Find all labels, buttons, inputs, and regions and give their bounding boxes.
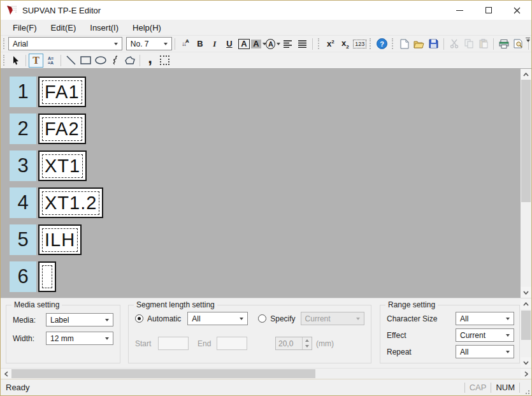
segment-text[interactable]: FA2 <box>42 117 82 141</box>
segment-label-box[interactable]: XT1 <box>38 150 87 181</box>
segment-label-box[interactable] <box>38 261 56 292</box>
text-tool-button[interactable]: T <box>29 54 43 68</box>
character-size-value: All <box>460 314 468 323</box>
panel-vertical-scrollbar[interactable] <box>521 298 531 368</box>
subscript-button[interactable]: x2 <box>338 37 352 51</box>
scroll-down-button[interactable] <box>521 287 531 298</box>
paste-icon <box>479 39 488 48</box>
segment-number[interactable]: 2 <box>10 114 36 144</box>
segment-number[interactable]: 6 <box>10 261 36 292</box>
character-size-combo[interactable]: All <box>456 312 514 325</box>
align-left-button[interactable] <box>280 37 295 51</box>
multiline-text-icon: A= =A <box>48 56 54 65</box>
ellipse-tool-button[interactable] <box>93 54 108 68</box>
open-button[interactable] <box>412 37 426 51</box>
maximize-icon <box>485 7 492 13</box>
help-button[interactable]: ? <box>375 37 389 51</box>
select-tool-button[interactable] <box>8 54 23 68</box>
menu-edit[interactable]: Edit(E) <box>44 21 83 34</box>
rectangle-tool-button[interactable] <box>78 54 93 68</box>
printer-icon <box>499 40 509 48</box>
close-button[interactable] <box>503 1 531 20</box>
scroll-track[interactable] <box>11 369 521 379</box>
framed-text-button[interactable]: A <box>236 37 251 51</box>
justify-button[interactable] <box>295 37 310 51</box>
segment-text[interactable]: XT1.2 <box>42 191 99 215</box>
maximize-button[interactable] <box>474 1 503 20</box>
chevron-up-icon <box>523 302 529 306</box>
automatic-radio[interactable] <box>135 314 143 323</box>
toolbar-overflow-button[interactable] <box>526 38 530 42</box>
justify-icon <box>298 40 307 48</box>
scroll-right-button[interactable] <box>521 369 531 379</box>
polygon-icon <box>125 56 135 65</box>
resize-grip[interactable] <box>521 386 530 395</box>
menu-insert[interactable]: Insert(I) <box>83 21 126 34</box>
label-canvas[interactable]: 1 FA1 2 FA2 3 XT1 4 XT1.2 5 ILH 6 <box>1 69 521 298</box>
toolbar-grip[interactable] <box>3 38 5 49</box>
enclosed-text-button[interactable]: A <box>266 37 280 51</box>
canvas-vertical-scrollbar[interactable] <box>521 69 531 298</box>
segment-number[interactable]: 1 <box>10 77 36 107</box>
comma-tool-button[interactable]: , <box>143 54 157 68</box>
repeat-combo[interactable]: All <box>456 345 514 358</box>
chevron-left-icon <box>4 371 8 377</box>
superscript-button[interactable]: x2 <box>323 37 338 51</box>
horizontal-scrollbar[interactable] <box>1 368 531 379</box>
shading-button[interactable]: A <box>251 37 266 51</box>
scroll-up-button[interactable] <box>521 298 531 309</box>
automatic-range-combo[interactable]: All <box>187 312 248 325</box>
toolbar-grip[interactable] <box>392 38 394 49</box>
multiline-text-button[interactable]: A= =A <box>43 54 58 68</box>
end-label: End <box>198 339 217 348</box>
print-button[interactable] <box>496 37 511 51</box>
segment-label-box[interactable]: ILH <box>38 224 82 255</box>
toolbar-grip[interactable] <box>318 38 320 49</box>
scroll-down-button[interactable] <box>521 357 531 368</box>
menu-file[interactable]: File(F) <box>6 21 44 34</box>
scroll-up-button[interactable] <box>521 69 531 80</box>
freehand-tool-button[interactable] <box>108 54 122 68</box>
toolbar-grip[interactable] <box>370 38 371 49</box>
vertical-text-button[interactable]: ↓↓ A <box>178 37 192 51</box>
width-combo[interactable]: 12 mm <box>46 332 113 345</box>
segment-text[interactable] <box>42 265 52 288</box>
character-size-label: Character Size <box>387 314 456 323</box>
scroll-track[interactable] <box>521 80 531 287</box>
segment-number[interactable]: 5 <box>10 224 36 255</box>
font-family-combo[interactable]: Arial <box>8 37 122 50</box>
segment-text[interactable]: FA1 <box>42 80 82 104</box>
minimize-button[interactable] <box>445 1 474 20</box>
preview-button[interactable] <box>511 37 526 51</box>
segment-text[interactable]: XT1 <box>42 154 83 178</box>
bold-button[interactable]: B <box>192 37 207 51</box>
group-title: Segment length setting <box>134 300 217 309</box>
italic-button[interactable]: I <box>207 37 222 51</box>
new-button[interactable] <box>397 37 412 51</box>
underline-button[interactable]: U <box>222 37 236 51</box>
line-tool-button[interactable] <box>64 54 78 68</box>
polygon-tool-button[interactable] <box>122 54 137 68</box>
effect-combo[interactable]: Current <box>456 328 514 342</box>
toolbar-grip[interactable] <box>3 55 5 66</box>
marquee-tool-button[interactable] <box>157 54 172 68</box>
scroll-left-button[interactable] <box>1 369 11 379</box>
scroll-thumb[interactable] <box>521 311 531 340</box>
scroll-thumb[interactable] <box>11 369 315 378</box>
segment-label-box[interactable]: FA1 <box>38 77 86 107</box>
save-button[interactable] <box>426 37 441 51</box>
scroll-track[interactable] <box>521 309 531 357</box>
numbering-button[interactable]: 123 <box>352 37 367 51</box>
specify-radio[interactable] <box>258 314 266 323</box>
segment-row: 5 ILH <box>10 224 521 255</box>
font-size-combo[interactable]: No. 7 <box>126 37 173 50</box>
segment-label-box[interactable]: XT1.2 <box>38 187 103 218</box>
segment-text[interactable]: ILH <box>42 228 78 252</box>
segment-number[interactable]: 4 <box>10 187 36 218</box>
scroll-thumb[interactable] <box>521 80 531 202</box>
segment-number[interactable]: 3 <box>10 150 36 181</box>
media-combo[interactable]: Label <box>46 313 113 326</box>
menu-help[interactable]: Help(H) <box>126 21 168 34</box>
canvas-area: 1 FA1 2 FA2 3 XT1 4 XT1.2 5 ILH 6 <box>1 68 531 298</box>
segment-label-box[interactable]: FA2 <box>38 114 86 144</box>
